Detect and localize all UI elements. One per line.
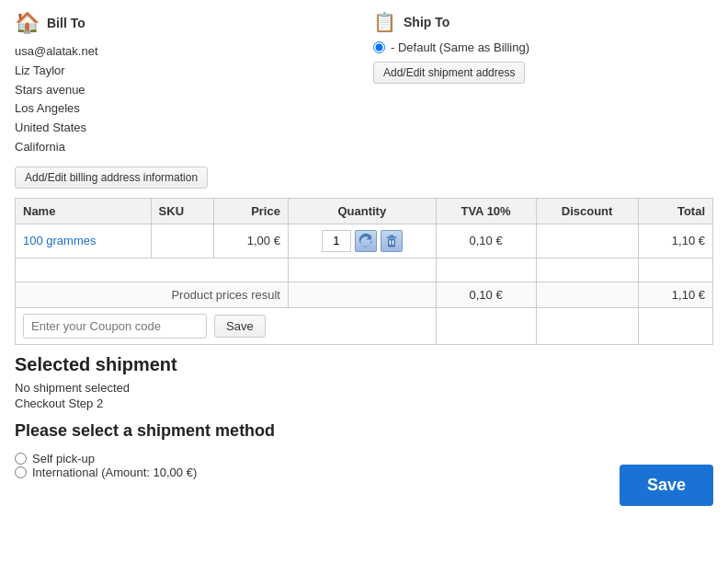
table-header-row: Name SKU Price Quantity TVA 10% Discount… (16, 198, 713, 224)
table-row: 100 grammes 1,00 € (16, 224, 713, 258)
col-discount: Discount (536, 198, 638, 224)
trash-icon (384, 234, 399, 248)
ship-to-title: Ship To (404, 15, 449, 29)
self-pickup-radio[interactable] (15, 453, 27, 465)
bottom-row: Self pick-up International (Amount: 10,0… (0, 452, 728, 521)
product-tva-cell: 0,10 € (436, 224, 536, 258)
subtotal-label: Product prices result (16, 282, 289, 307)
quantity-update-btn[interactable] (355, 230, 377, 252)
empty-row (16, 258, 713, 282)
subtotal-row: Product prices result 0,10 € 1,10 € (16, 282, 713, 307)
svg-rect-0 (388, 238, 395, 247)
delete-item-btn[interactable] (381, 230, 403, 252)
product-sku-cell (151, 224, 213, 258)
bill-to-city: Los Angeles (15, 99, 355, 119)
coupon-input[interactable] (23, 314, 207, 339)
selected-shipment-title: Selected shipment (15, 354, 713, 375)
subtotal-total: 1,10 € (638, 282, 712, 307)
col-tva: TVA 10% (436, 198, 536, 224)
select-shipment-title: Please select a shipment method (15, 421, 713, 441)
col-sku: SKU (151, 198, 213, 224)
product-discount-cell (536, 224, 638, 258)
product-link[interactable]: 100 grammes (23, 234, 96, 247)
product-total-cell: 1,10 € (638, 224, 712, 258)
col-quantity: Quantity (288, 198, 436, 224)
add-shipment-btn[interactable]: Add/Edit shipment address (373, 62, 525, 84)
save-shipment-btn[interactable]: Save (620, 465, 713, 506)
save-btn-col: Save (564, 452, 713, 506)
coupon-cell-container: Save (16, 307, 437, 344)
coupon-form: Save (23, 314, 428, 339)
ship-to-section: 📋 Ship To - Default (Same as Billing) Ad… (373, 11, 713, 189)
quantity-controls (296, 230, 428, 252)
ship-default-option: - Default (Same as Billing) (373, 40, 713, 54)
bill-to-country: United States (15, 119, 355, 138)
coupon-row: Save (16, 307, 713, 344)
shipment-options: Self pick-up International (Amount: 10,0… (15, 452, 546, 479)
subtotal-tva: 0,10 € (436, 282, 536, 307)
shipment-option-intl: International (Amount: 10,00 €) (15, 465, 546, 479)
edit-billing-btn[interactable]: Add/Edit billing address information (15, 167, 208, 189)
svg-rect-1 (386, 236, 396, 238)
col-name: Name (16, 198, 152, 224)
product-price-cell: 1,00 € (213, 224, 288, 258)
bill-to-email: usa@alatak.net (15, 42, 355, 62)
product-quantity-cell (288, 224, 436, 258)
bill-to-section: 🏠 Bill To usa@alatak.net Liz Taylor Star… (15, 11, 355, 189)
svg-rect-2 (389, 235, 393, 236)
refresh-icon (358, 234, 373, 248)
svg-rect-3 (389, 240, 391, 245)
bill-to-address: usa@alatak.net Liz Taylor Stars avenue L… (15, 42, 355, 157)
bill-to-title: Bill To (47, 16, 85, 30)
house-icon: 🏠 (15, 11, 40, 35)
shipment-status: No shipment selected (15, 381, 713, 395)
ship-default-radio[interactable] (373, 41, 385, 53)
svg-rect-4 (392, 240, 394, 245)
order-table: Name SKU Price Quantity TVA 10% Discount… (15, 198, 713, 345)
bill-to-state: California (15, 138, 355, 157)
bill-to-header: 🏠 Bill To (15, 11, 355, 35)
order-table-section: Name SKU Price Quantity TVA 10% Discount… (0, 198, 728, 345)
ship-icon: 📋 (373, 11, 396, 33)
product-name-cell: 100 grammes (16, 224, 152, 258)
ship-default-label: - Default (Same as Billing) (391, 40, 529, 54)
shipment-option-self: Self pick-up (15, 452, 546, 465)
checkout-step: Checkout Step 2 (15, 396, 713, 410)
international-label: International (Amount: 10,00 €) (32, 465, 197, 479)
self-pickup-label: Self pick-up (32, 452, 95, 465)
quantity-input[interactable] (322, 230, 351, 252)
bill-to-street: Stars avenue (15, 81, 355, 100)
international-radio[interactable] (15, 466, 27, 478)
coupon-save-btn[interactable]: Save (214, 315, 266, 338)
shipment-section: Selected shipment No shipment selected C… (0, 345, 728, 441)
col-total: Total (638, 198, 712, 224)
col-price: Price (213, 198, 288, 224)
bill-to-name: Liz Taylor (15, 62, 355, 81)
ship-to-header: 📋 Ship To (373, 11, 713, 33)
